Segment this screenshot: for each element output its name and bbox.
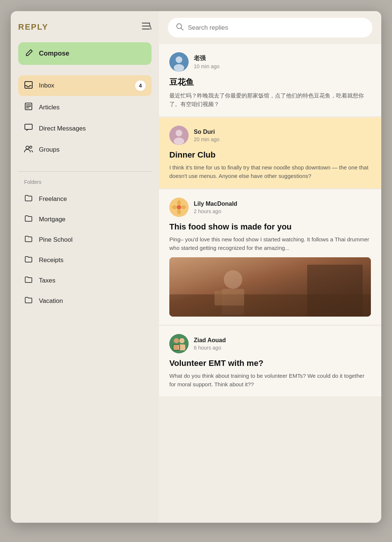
svg-rect-0 [142,23,150,24]
folder-label-freelance: Freelance [39,195,67,203]
svg-point-11 [30,146,32,148]
time-ago: 6 hours ago [194,345,226,351]
pencil-icon [26,49,33,58]
nav-items: Inbox 4 Articles [18,75,152,159]
folder-items: Freelance Mortgage Pine School [18,189,152,310]
search-inner [168,18,372,37]
svg-point-21 [177,205,181,209]
message-preview: Ping– you'd love this new food show I st… [169,235,371,252]
folder-icon [24,195,33,203]
message-header: So Duri 20 min ago [169,126,371,145]
message-preview: 最近忙吗？昨晚我去了你最爱的那家饭馆，点了他们的特色豆花鱼，吃着就想你了。有空咱… [169,92,371,108]
message-subject: 豆花鱼 [169,77,371,88]
time-ago: 2 hours ago [194,208,237,214]
folder-icon [24,297,33,305]
search-bar [159,11,381,44]
svg-rect-31 [307,265,363,317]
svg-point-23 [177,209,181,214]
dm-label: Direct Messages [39,125,86,132]
sender-name: Lily MacDonald [194,201,237,207]
folder-item-vacation[interactable]: Vacation [18,291,152,310]
svg-point-18 [176,130,182,136]
message-card[interactable]: Ziad Aouad 6 hours ago Volunteer EMT wit… [159,326,381,397]
svg-point-15 [176,56,182,63]
message-list: 老强 10 min ago 豆花鱼 最近忙吗？昨晚我去了你最爱的那家饭馆，点了他… [159,44,381,523]
search-input[interactable] [188,24,364,32]
svg-rect-4 [25,82,32,88]
groups-label: Groups [39,146,60,153]
svg-point-19 [174,138,184,145]
message-subject: This food show is made for you [169,222,371,232]
groups-icon [24,145,33,154]
folder-item-mortgage[interactable]: Mortgage [18,210,152,229]
inbox-icon [24,81,33,90]
sidebar-item-direct-messages[interactable]: Direct Messages [18,119,152,138]
folder-icon [24,215,33,224]
svg-rect-29 [169,294,371,317]
svg-rect-28 [222,289,244,315]
menu-icon[interactable] [142,23,152,32]
svg-line-13 [181,28,183,30]
message-card[interactable]: So Duri 20 min ago Dinner Club I think i… [159,118,381,189]
folder-icon [24,235,33,244]
folder-item-pine-school[interactable]: Pine School [18,230,152,249]
message-subject: Dinner Club [169,150,371,160]
svg-point-24 [172,205,177,209]
avatar [169,52,189,72]
sender-name: 老强 [194,54,219,62]
message-card[interactable]: Lily MacDonald 2 hours ago This food sho… [159,189,381,325]
svg-point-22 [177,200,181,205]
message-header: 老强 10 min ago [169,52,371,72]
sender-info: 老强 10 min ago [194,54,219,69]
compose-button[interactable]: Compose [18,42,152,65]
folder-icon [24,276,33,285]
time-ago: 20 min ago [194,136,219,142]
svg-point-10 [26,146,29,149]
svg-point-25 [181,205,186,209]
message-header: Lily MacDonald 2 hours ago [169,198,371,217]
message-preview: What do you think about training to be v… [169,372,371,389]
sidebar: REPLY Compose [11,11,159,523]
inbox-label: Inbox [39,82,54,89]
search-icon [176,23,183,32]
svg-rect-1 [142,26,150,27]
sidebar-item-articles[interactable]: Articles [18,98,152,117]
avatar [169,198,189,217]
svg-point-33 [174,338,179,343]
sender-name: Ziad Aouad [194,337,226,344]
app-logo: REPLY [18,22,48,32]
folder-icon [24,256,33,264]
nav-divider [18,171,152,172]
sidebar-item-inbox[interactable]: Inbox 4 [18,75,152,96]
folder-label-mortgage: Mortgage [39,216,66,223]
folder-item-taxes[interactable]: Taxes [18,271,152,290]
svg-rect-9 [25,124,32,129]
svg-point-16 [174,64,184,72]
folder-label-vacation: Vacation [39,297,63,305]
articles-label: Articles [39,104,60,111]
app-container: REPLY Compose [11,11,381,523]
dm-icon [24,124,33,133]
folder-item-freelance[interactable]: Freelance [18,189,152,208]
inbox-badge: 4 [135,80,146,91]
folder-label-taxes: Taxes [39,277,55,284]
message-preview: I think it's time for us to finally try … [169,163,371,180]
sidebar-item-groups[interactable]: Groups [18,140,152,159]
articles-icon [24,103,33,112]
sender-info: Ziad Aouad 6 hours ago [194,337,226,351]
message-card[interactable]: 老强 10 min ago 豆花鱼 最近忙吗？昨晚我去了你最爱的那家饭馆，点了他… [159,44,381,117]
avatar [169,126,189,145]
svg-rect-2 [142,29,150,30]
svg-rect-30 [215,291,244,305]
sender-info: So Duri 20 min ago [194,129,219,142]
time-ago: 10 min ago [194,63,219,69]
svg-rect-26 [169,257,371,317]
main-content: 老强 10 min ago 豆花鱼 最近忙吗？昨晚我去了你最爱的那家饭馆，点了他… [159,11,381,523]
folder-label-receipts: Receipts [39,257,63,264]
svg-point-35 [179,338,185,343]
folder-item-receipts[interactable]: Receipts [18,251,152,270]
svg-point-27 [224,270,242,289]
sidebar-header: REPLY [18,22,152,32]
message-header: Ziad Aouad 6 hours ago [169,334,371,353]
folders-label: Folders [18,179,152,185]
